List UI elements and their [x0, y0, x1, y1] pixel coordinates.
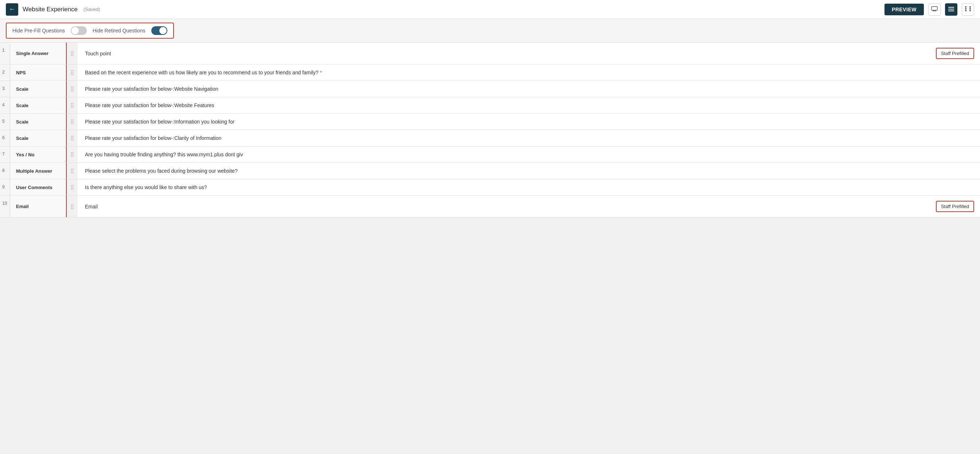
desktop-view-button[interactable] [928, 3, 940, 16]
svg-point-13 [71, 51, 72, 52]
questions-main: 1Single AnswerTouch pointStaff Prefilled… [0, 43, 980, 217]
svg-point-7 [965, 6, 967, 8]
question-text: Please select the problems you faced dur… [78, 163, 925, 179]
row-action [925, 146, 980, 162]
question-text: Are you having trouble finding anything?… [78, 146, 925, 162]
svg-point-37 [71, 119, 72, 121]
svg-point-60 [73, 172, 74, 173]
question-text: Is there anything else you would like to… [78, 179, 925, 195]
preview-button[interactable]: PREVIEW [885, 4, 924, 15]
table-row: 8Multiple AnswerPlease select the proble… [0, 163, 980, 179]
svg-point-35 [71, 107, 72, 108]
question-type: Scale [10, 97, 67, 113]
question-type: Single Answer [10, 43, 67, 64]
svg-point-52 [73, 154, 74, 155]
row-number: 4 [0, 97, 10, 113]
drag-handle[interactable] [67, 146, 78, 162]
svg-point-8 [969, 6, 971, 8]
row-action [925, 97, 980, 113]
desktop-icon [931, 6, 938, 13]
questions-list: 1Single AnswerTouch pointStaff Prefilled… [0, 43, 980, 217]
svg-point-70 [73, 206, 74, 207]
question-text: Please rate your satisfaction for below-… [78, 114, 925, 130]
svg-point-50 [73, 152, 74, 153]
svg-point-49 [71, 152, 72, 153]
back-button[interactable]: ← [6, 3, 18, 16]
svg-point-55 [71, 169, 72, 170]
menu-button[interactable] [945, 3, 958, 16]
drag-handle[interactable] [67, 130, 78, 146]
svg-point-10 [969, 8, 971, 10]
svg-point-9 [965, 8, 967, 10]
drag-handle[interactable] [67, 163, 78, 179]
table-row: 2NPSBased on the recent experience with … [0, 65, 980, 81]
question-type: Multiple Answer [10, 163, 67, 179]
drag-handle[interactable] [67, 114, 78, 130]
svg-point-12 [969, 10, 971, 11]
svg-point-57 [71, 170, 72, 171]
question-type: Scale [10, 114, 67, 130]
hide-prefill-toggle[interactable] [71, 26, 87, 35]
menu-icon [948, 6, 954, 13]
question-text: Please rate your satisfaction for below-… [78, 81, 925, 97]
table-row: 9User CommentsIs there anything else you… [0, 179, 980, 196]
question-text: Based on the recent experience with us h… [78, 65, 925, 81]
table-row: 1Single AnswerTouch pointStaff Prefilled [0, 43, 980, 65]
table-row: 6ScalePlease rate your satisfaction for … [0, 130, 980, 146]
row-number: 1 [0, 43, 10, 64]
svg-point-63 [71, 187, 72, 188]
svg-point-62 [73, 185, 74, 186]
svg-point-59 [71, 172, 72, 173]
svg-point-72 [73, 208, 74, 209]
svg-point-51 [71, 154, 72, 155]
tree-view-button[interactable] [962, 3, 974, 16]
row-number: 5 [0, 114, 10, 130]
drag-handle[interactable] [67, 179, 78, 195]
drag-handle[interactable] [67, 196, 78, 217]
svg-point-29 [71, 90, 72, 92]
svg-point-53 [71, 156, 72, 157]
staff-prefilled-badge: Staff Prefilled [936, 48, 974, 59]
svg-point-26 [73, 87, 74, 88]
hide-retired-label: Hide Retired Questions [92, 28, 145, 33]
svg-point-15 [71, 53, 72, 54]
drag-handle[interactable] [67, 97, 78, 113]
row-action [925, 163, 980, 179]
drag-handle[interactable] [67, 65, 78, 81]
svg-point-25 [71, 87, 72, 88]
table-row: 10EmailEmailStaff Prefilled [0, 196, 980, 217]
table-row: 5ScalePlease rate your satisfaction for … [0, 114, 980, 130]
row-action: Staff Prefilled [925, 196, 980, 217]
table-row: 3ScalePlease rate your satisfaction for … [0, 81, 980, 97]
staff-prefilled-badge: Staff Prefilled [936, 201, 974, 212]
svg-point-42 [73, 123, 74, 124]
row-action: Staff Prefilled [925, 43, 980, 64]
question-text: Touch point [78, 43, 925, 64]
table-row: 4ScalePlease rate your satisfaction for … [0, 97, 980, 114]
svg-point-45 [71, 138, 72, 139]
svg-point-43 [71, 136, 72, 137]
question-type: Scale [10, 130, 67, 146]
svg-point-61 [71, 185, 72, 186]
svg-point-41 [71, 123, 72, 124]
hide-retired-toggle[interactable] [151, 26, 167, 35]
hide-retired-toggle-wrap [151, 26, 167, 35]
tree-icon [965, 6, 971, 13]
svg-point-11 [965, 10, 967, 11]
svg-point-64 [73, 187, 74, 188]
drag-handle[interactable] [67, 81, 78, 97]
svg-point-30 [73, 90, 74, 92]
hide-prefill-toggle-wrap [71, 26, 87, 35]
question-text: Please rate your satisfaction for below-… [78, 130, 925, 146]
svg-rect-0 [932, 6, 937, 10]
svg-point-28 [73, 89, 74, 90]
svg-point-18 [73, 55, 74, 56]
svg-point-34 [73, 105, 74, 106]
drag-handle[interactable] [67, 43, 78, 64]
question-type: NPS [10, 65, 67, 81]
svg-point-33 [71, 105, 72, 106]
question-type: Scale [10, 81, 67, 97]
saved-status: (Saved) [83, 6, 100, 12]
svg-point-22 [73, 72, 74, 73]
question-type: Email [10, 196, 67, 217]
